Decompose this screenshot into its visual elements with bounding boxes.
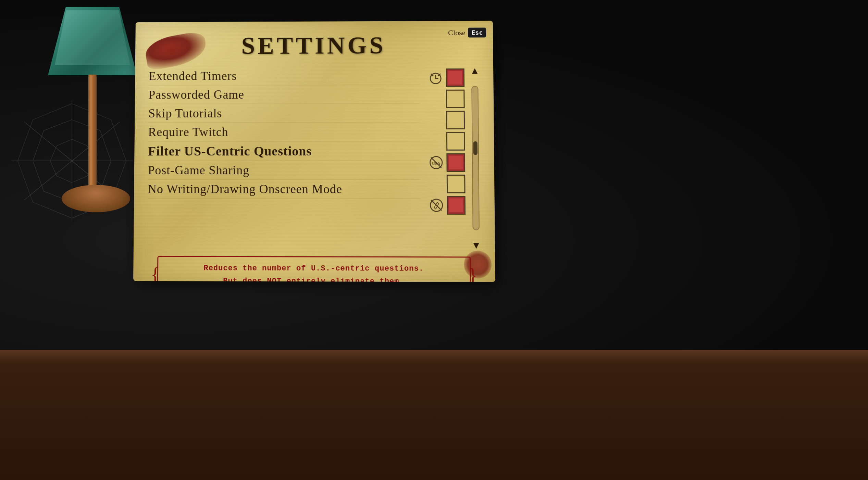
desk <box>0 350 868 480</box>
no-icon-slot-3 <box>425 110 446 130</box>
close-button-area[interactable]: Close Esc <box>448 28 486 38</box>
check-row-post-game-sharing[interactable] <box>426 174 466 194</box>
alarm-clock-icon <box>425 67 446 88</box>
checkbox-passworded-game[interactable] <box>446 90 465 108</box>
setting-label-filter-us-centric: Filter US-Centric Questions <box>148 143 420 159</box>
checkbox-extended-timers[interactable] <box>446 68 465 87</box>
checkboxes-column: USA <box>425 66 466 250</box>
brace-close-icon: } <box>468 266 478 282</box>
lamp-neck <box>88 75 97 191</box>
no-icon-slot-6 <box>426 174 447 194</box>
description-line1: Reduces the number of U.S.-centric quest… <box>172 262 456 276</box>
lamp-shade-inner <box>55 10 130 65</box>
setting-label-require-twitch: Require Twitch <box>148 125 420 139</box>
close-label: Close <box>448 28 465 37</box>
no-icon-slot-2 <box>425 89 446 109</box>
checkbox-filter-us-centric[interactable] <box>447 153 466 172</box>
brace-open-icon: { <box>151 265 160 282</box>
check-row-no-writing-drawing[interactable] <box>426 195 466 216</box>
setting-row-extended-timers[interactable]: Extended Timers <box>149 66 420 85</box>
lamp-base <box>62 185 130 212</box>
scroll-thumb[interactable] <box>473 141 478 155</box>
check-row-filter-us-centric[interactable]: USA <box>426 152 465 173</box>
description-line2: But does NOT entirely eliminate them. <box>172 275 456 282</box>
setting-label-passworded-game: Passworded Game <box>148 87 420 102</box>
svg-text:USA: USA <box>432 161 441 166</box>
description-box: { } Reduces the number of U.S.-centric q… <box>157 256 471 282</box>
checkbox-no-writing-drawing[interactable] <box>447 196 466 215</box>
scrollbar: ▲ ▼ <box>470 66 481 250</box>
check-row-passworded-game[interactable] <box>425 89 465 109</box>
setting-label-skip-tutorials: Skip Tutorials <box>148 106 420 121</box>
check-row-extended-timers[interactable] <box>425 67 465 88</box>
setting-row-skip-tutorials[interactable]: Skip Tutorials <box>148 104 420 123</box>
setting-label-no-writing-drawing: No Writing/Drawing Onscreen Mode <box>148 182 421 196</box>
check-row-require-twitch[interactable] <box>426 131 465 152</box>
description-text: Reduces the number of U.S.-centric quest… <box>172 262 456 282</box>
esc-key-badge[interactable]: Esc <box>468 28 486 38</box>
setting-row-post-game-sharing[interactable]: Post-Game Sharing <box>148 161 420 180</box>
scroll-up-button[interactable]: ▲ <box>470 66 480 76</box>
settings-title: SETTINGS <box>149 31 479 60</box>
settings-panel: Close Esc SETTINGS Extended Timers Passw… <box>133 21 495 282</box>
scroll-down-button[interactable]: ▼ <box>471 241 481 250</box>
setting-label-post-game-sharing: Post-Game Sharing <box>148 163 420 177</box>
no-icon-slot-4 <box>426 131 447 152</box>
setting-row-passworded-game[interactable]: Passworded Game <box>148 85 420 104</box>
checkbox-skip-tutorials[interactable] <box>446 111 465 129</box>
no-usa-icon: USA <box>426 152 447 173</box>
setting-label-extended-timers: Extended Timers <box>149 68 420 83</box>
setting-row-no-writing-drawing[interactable]: No Writing/Drawing Onscreen Mode <box>148 180 421 199</box>
checkbox-post-game-sharing[interactable] <box>447 175 466 193</box>
scroll-track <box>471 86 480 230</box>
setting-row-require-twitch[interactable]: Require Twitch <box>148 123 420 142</box>
no-pen-icon <box>426 195 447 216</box>
settings-list: Extended Timers Passworded Game Skip Tut… <box>147 66 421 250</box>
svg-line-20 <box>432 200 442 210</box>
desk-top <box>0 350 868 364</box>
checkbox-require-twitch[interactable] <box>446 132 465 151</box>
setting-row-filter-us-centric[interactable]: Filter US-Centric Questions <box>148 141 420 161</box>
check-row-skip-tutorials[interactable] <box>425 110 465 130</box>
